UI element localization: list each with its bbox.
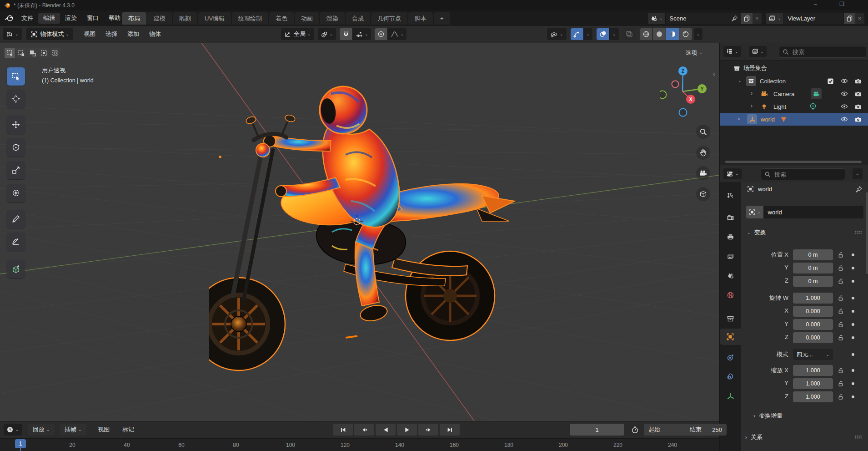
proportional-edit-toggle[interactable] xyxy=(375,28,387,40)
lock-icon[interactable] xyxy=(837,334,844,341)
overlays-settings-dropdown[interactable]: ⌄ xyxy=(610,28,619,40)
use-preview-range-button[interactable] xyxy=(631,426,639,434)
hide-eye-icon[interactable] xyxy=(841,77,848,85)
breadcrumb-object-name[interactable]: world xyxy=(758,186,772,193)
object-id-browse-button[interactable]: ⌄ xyxy=(746,206,763,218)
gizmo-axis-x-neg[interactable] xyxy=(672,81,679,88)
gizmo-axis-y-neg[interactable] xyxy=(660,91,667,99)
navigation-gizmo[interactable]: Z Y X xyxy=(660,61,715,118)
pin-icon[interactable] xyxy=(731,15,738,22)
shading-solid-button[interactable] xyxy=(653,28,666,40)
lock-icon[interactable] xyxy=(837,264,844,271)
expand-light-icon[interactable]: › xyxy=(751,103,753,109)
disable-render-icon[interactable] xyxy=(855,78,862,85)
tool-select-box[interactable] xyxy=(7,67,25,86)
lock-icon[interactable] xyxy=(837,367,844,374)
tab-world[interactable] xyxy=(720,287,741,303)
outliner-row-collection[interactable]: ⌄ Collection xyxy=(720,75,868,87)
toggle-perspective-button[interactable] xyxy=(696,187,710,201)
select-mode-extend-button[interactable] xyxy=(16,48,26,58)
animate-dot[interactable] xyxy=(852,353,854,356)
snap-settings-dropdown[interactable]: ⌄ xyxy=(353,28,371,40)
viewport-menu-view[interactable]: 视图 xyxy=(79,29,100,40)
tool-cursor[interactable] xyxy=(7,90,25,108)
workspace-tab-animation[interactable]: 动画 xyxy=(295,12,319,25)
timeline-menu-marker[interactable]: 标记 xyxy=(117,424,139,435)
panel-drag-handle[interactable] xyxy=(854,435,862,439)
workspace-tab-uv[interactable]: UV编辑 xyxy=(198,12,231,25)
lock-icon[interactable] xyxy=(837,393,844,400)
tool-annotate[interactable] xyxy=(7,210,25,228)
region-collapse-arrow[interactable]: ‹ xyxy=(713,70,715,77)
lock-icon[interactable] xyxy=(837,251,844,258)
editor-type-button[interactable]: ⌄ xyxy=(3,28,22,40)
menu-file[interactable]: 文件 xyxy=(16,13,38,24)
animate-dot[interactable] xyxy=(852,253,854,256)
animate-dot[interactable] xyxy=(852,267,854,269)
tab-collection[interactable] xyxy=(720,310,741,327)
3d-viewport[interactable]: 选项 ⌄ 用户透视 (1) Collection | world Z Y xyxy=(0,43,719,421)
outliner-row-scene-collection[interactable]: 场景集合 xyxy=(720,62,868,75)
transform-panel-header[interactable]: ⌄ 变换 xyxy=(747,228,766,237)
properties-options-dropdown[interactable]: ⌄ xyxy=(853,168,863,179)
scene-name[interactable]: Scene xyxy=(666,13,731,24)
select-mode-invert-button[interactable] xyxy=(39,48,49,58)
menu-window[interactable]: 窗口 xyxy=(82,13,104,24)
properties-search[interactable] xyxy=(761,168,845,180)
menu-render[interactable]: 渲染 xyxy=(60,13,82,24)
gizmo-settings-dropdown[interactable]: ⌄ xyxy=(584,28,593,40)
select-mode-new-button[interactable] xyxy=(5,48,15,58)
expand-world-icon[interactable]: › xyxy=(738,116,740,122)
outliner-display-mode-button[interactable]: ⌄ xyxy=(749,46,767,57)
object-name-input[interactable]: world xyxy=(763,206,863,218)
timeline-menu-playback[interactable]: 回放 ⌄ xyxy=(28,424,55,436)
select-mode-subtract-button[interactable] xyxy=(27,48,38,58)
workspace-add-tab-button[interactable]: + xyxy=(434,12,450,25)
scale-z-field[interactable]: 1.000 xyxy=(793,391,833,402)
lock-icon[interactable] xyxy=(837,278,844,284)
viewlayer-new-button[interactable] xyxy=(843,13,855,24)
xray-toggle[interactable] xyxy=(623,28,636,40)
lock-icon[interactable] xyxy=(837,308,844,314)
tool-transform[interactable] xyxy=(7,184,25,202)
expand-collection-icon[interactable]: ⌄ xyxy=(738,79,742,83)
snap-toggle[interactable] xyxy=(340,28,352,40)
lock-icon[interactable] xyxy=(837,380,844,387)
animate-dot[interactable] xyxy=(852,297,854,299)
tab-view-layer[interactable] xyxy=(720,248,741,265)
camera-view-button[interactable] xyxy=(696,166,710,180)
proportional-falloff-dropdown[interactable]: ⌄ xyxy=(388,28,407,40)
outliner-editor-type-button[interactable]: ⌄ xyxy=(723,46,741,57)
animate-dot[interactable] xyxy=(852,369,854,372)
workspace-tab-scripting[interactable]: 脚本 xyxy=(408,12,433,25)
viewport-menu-select[interactable]: 选择 xyxy=(100,29,122,40)
rotation-mode-dropdown[interactable]: 四元... ⌄ xyxy=(793,349,833,360)
expand-camera-icon[interactable]: › xyxy=(751,91,753,96)
hide-eye-icon[interactable] xyxy=(841,103,848,110)
outliner-search[interactable] xyxy=(779,46,866,58)
show-gizmo-toggle[interactable] xyxy=(571,28,583,40)
hide-eye-icon[interactable] xyxy=(841,116,848,123)
jump-to-start-button[interactable] xyxy=(333,424,353,436)
animate-dot[interactable] xyxy=(852,395,854,398)
workspace-tab-texture-paint[interactable]: 纹理绘制 xyxy=(232,12,268,25)
timeline-menu-keying[interactable]: 插帧 ⌄ xyxy=(60,424,86,436)
location-x-field[interactable]: 0 m xyxy=(793,249,833,260)
select-mode-intersect-button[interactable] xyxy=(50,48,60,58)
rotation-y-field[interactable]: 0.000 xyxy=(793,319,833,330)
playhead-badge[interactable]: 1 xyxy=(15,439,26,448)
timeline-ruler[interactable]: 20 40 60 80 100 120 140 160 180 200 220 … xyxy=(0,438,719,451)
tab-constraints[interactable] xyxy=(720,349,741,365)
window-maximize-button[interactable]: ❐ xyxy=(839,1,844,7)
location-z-field[interactable]: 0 m xyxy=(793,276,833,287)
pan-hand-button[interactable] xyxy=(696,146,710,160)
mode-dropdown[interactable]: 物体模式 ⌄ xyxy=(26,28,74,40)
tool-add-cube[interactable] xyxy=(7,260,25,278)
window-minimize-button[interactable]: – xyxy=(814,1,817,7)
location-y-field[interactable]: 0 m xyxy=(793,263,833,274)
animate-dot[interactable] xyxy=(852,310,854,313)
tab-tool[interactable] xyxy=(720,187,741,204)
properties-vscrollbar[interactable] xyxy=(866,192,868,274)
outliner-row-camera[interactable]: › Camera xyxy=(720,87,868,100)
frame-end-field[interactable]: 结束 250 xyxy=(685,424,727,436)
